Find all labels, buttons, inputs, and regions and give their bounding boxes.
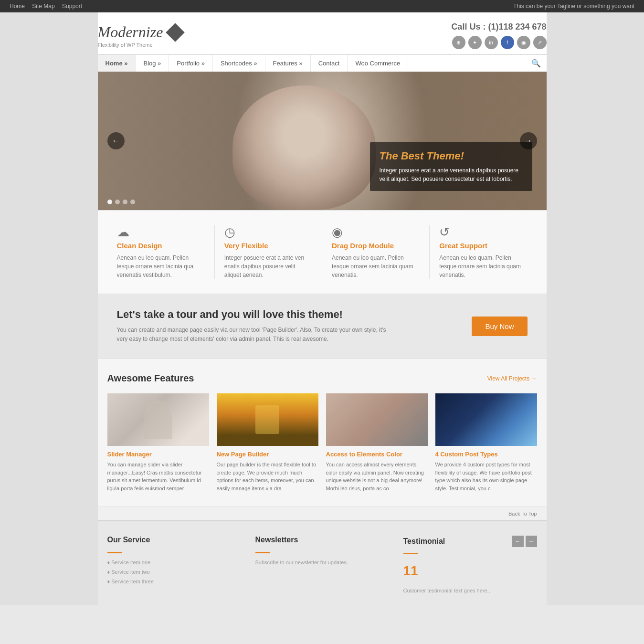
- footer-service-list: ♦ Service item one♦ Service item two♦ Se…: [107, 558, 241, 586]
- topbar-sitemap-link[interactable]: Site Map: [32, 3, 54, 10]
- testimonial-nav: ← →: [512, 536, 537, 547]
- nav-woocommerce[interactable]: Woo Commerce: [348, 55, 408, 72]
- footer-testimonial-content: 11 Customer testimonial text goes here..…: [403, 553, 537, 595]
- footer-newsletters-title: Newsletters: [255, 536, 389, 544]
- footer-col-testimonial: Testimonial ← → 11 Customer testimonial …: [403, 536, 537, 595]
- portfolio-header: Awesome Features View All Projects →: [107, 373, 537, 384]
- search-icon[interactable]: 🔍: [526, 55, 547, 72]
- footer-divider-1: [107, 552, 122, 553]
- nav-home[interactable]: Home »: [98, 55, 136, 72]
- portfolio-item-4: 4 Custom Post Types We provide 4 custom …: [435, 393, 537, 492]
- back-to-top-link[interactable]: Back To Top: [98, 507, 547, 520]
- facebook-icon[interactable]: f: [501, 36, 514, 49]
- portfolio-item-4-title[interactable]: 4 Custom Post Types: [435, 451, 537, 458]
- top-nav-links: Home Site Map Support: [10, 3, 88, 10]
- twitter-icon[interactable]: ✦: [468, 36, 482, 49]
- nav-contact[interactable]: Contact: [311, 55, 348, 72]
- portfolio-item-1-desc: You can manage slider via slider manager…: [107, 461, 209, 492]
- slider-dot-3[interactable]: [123, 200, 127, 204]
- nav-wrapper: Home » Blog » Portfolio » Shortcodes » F…: [98, 54, 547, 72]
- slider-dots: [107, 200, 135, 204]
- share-icon[interactable]: ↗: [533, 36, 547, 49]
- portfolio-section: Awesome Features View All Projects → Sli…: [98, 359, 547, 507]
- rss-icon[interactable]: ⊕: [452, 36, 465, 49]
- phone-number: Call Us : (1)118 234 678: [451, 22, 546, 32]
- portfolio-thumb-1: [107, 393, 209, 446]
- slider-dot-4[interactable]: [130, 200, 135, 204]
- footer-newsletters-content: Subscribe to our newsletter for updates.: [255, 552, 389, 568]
- feature-support: ↺ Great Support Aenean eu leo quam. Pell…: [430, 225, 537, 279]
- topbar-home-link[interactable]: Home: [10, 3, 25, 10]
- feature-clean-design: ☁ Clean Design Aenean eu leo quam. Pelle…: [107, 225, 215, 279]
- topbar-tagline: This can be your Tagline or something yo…: [513, 3, 634, 10]
- slider-prev-button[interactable]: ←: [107, 132, 125, 149]
- buy-now-button[interactable]: Buy Now: [472, 317, 527, 336]
- feature-support-desc: Aenean eu leo quam. Pellen tesque ornare…: [439, 253, 527, 279]
- logo-tagline: Flexibility of WP Theme: [98, 42, 182, 48]
- feature-drag-drop-desc: Aenean eu leo quam. Pellen tesque ornare…: [332, 253, 420, 279]
- flexible-icon: ◷: [224, 225, 312, 240]
- cta-text: Let's take a tour and you will love this…: [117, 308, 394, 344]
- logo[interactable]: Modernize: [98, 23, 182, 41]
- logo-area: Modernize Flexibility of WP Theme: [98, 23, 182, 48]
- nav-portfolio[interactable]: Portfolio »: [169, 55, 213, 72]
- slider-person: [232, 85, 376, 210]
- cta-banner: Let's take a tour and you will love this…: [98, 294, 547, 359]
- linkedin-icon[interactable]: in: [485, 36, 498, 49]
- slider-caption-title: The Best Theme!: [380, 150, 523, 162]
- footer-col-service: Our Service ♦ Service item one♦ Service …: [107, 536, 241, 595]
- slider-caption-text: Integer posuere erat a ante venenatis da…: [380, 166, 523, 183]
- logo-text-label: Modernize: [98, 23, 163, 41]
- support-icon: ↺: [439, 225, 527, 240]
- portfolio-item-2: New Page Builder Our page builder is the…: [217, 393, 318, 492]
- cta-title: Let's take a tour and you will love this…: [117, 308, 394, 321]
- feature-clean-design-desc: Aenean eu leo quam. Pellen tesque ornare…: [117, 253, 205, 279]
- portfolio-thumb-3: [326, 393, 428, 446]
- portfolio-item-3-title[interactable]: Access to Elements Color: [326, 451, 428, 458]
- clean-design-icon: ☁: [117, 225, 205, 240]
- portfolio-item-4-desc: We provide 4 custom post types for most …: [435, 461, 537, 492]
- nav-blog[interactable]: Blog »: [136, 55, 169, 72]
- portfolio-thumb-4: [435, 393, 537, 446]
- footer-service-title: Our Service: [107, 536, 241, 544]
- slider-caption: The Best Theme! Integer posuere erat a a…: [370, 142, 532, 191]
- footer-divider-2: [255, 552, 270, 553]
- portfolio-grid: Slider Manager You can manage slider via…: [107, 393, 537, 492]
- footer-service-content: ♦ Service item one♦ Service item two♦ Se…: [107, 552, 241, 586]
- portfolio-item-2-desc: Our page builder is the most flexible to…: [217, 461, 318, 492]
- nav-features[interactable]: Features »: [265, 55, 311, 72]
- drag-drop-icon: ◉: [332, 225, 420, 240]
- footer-divider-3: [403, 553, 418, 554]
- footer-grid: Our Service ♦ Service item one♦ Service …: [107, 536, 537, 595]
- portfolio-item-3-desc: You can access almost every elements col…: [326, 461, 428, 492]
- portfolio-item-2-title[interactable]: New Page Builder: [217, 451, 318, 458]
- slider-dot-1[interactable]: [107, 200, 112, 204]
- site-header: Modernize Flexibility of WP Theme Call U…: [98, 12, 547, 54]
- feature-flexible-desc: Integer posuere erat a ante ven enatis d…: [224, 253, 312, 279]
- footer-newsletter-text: Subscribe to our newsletter for updates.: [255, 558, 389, 568]
- header-right: Call Us : (1)118 234 678 ⊕ ✦ in f ◉ ↗: [451, 22, 546, 49]
- feature-flexible: ◷ Very Flexible Integer posuere erat a a…: [215, 225, 322, 279]
- footer-testimonial-title: Testimonial: [403, 537, 445, 546]
- features-strip: ☁ Clean Design Aenean eu leo quam. Pelle…: [98, 210, 547, 294]
- footer-col-newsletters: Newsletters Subscribe to our newsletter …: [255, 536, 389, 595]
- nav-shortcodes[interactable]: Shortcodes »: [213, 55, 265, 72]
- main-nav: Home » Blog » Portfolio » Shortcodes » F…: [98, 55, 547, 72]
- logo-diamond-icon: [166, 23, 185, 42]
- testimonial-next-button[interactable]: →: [526, 536, 537, 547]
- footer: Our Service ♦ Service item one♦ Service …: [98, 520, 547, 605]
- portfolio-item-3: Access to Elements Color You can access …: [326, 393, 428, 492]
- feature-support-title: Great Support: [439, 242, 527, 250]
- portfolio-title: Awesome Features: [107, 373, 194, 384]
- feature-flexible-title: Very Flexible: [224, 242, 312, 250]
- cta-description: You can create and manage page easily vi…: [117, 326, 394, 344]
- flickr-icon[interactable]: ◉: [517, 36, 530, 49]
- slider-dot-2[interactable]: [115, 200, 120, 204]
- portfolio-item-1-title[interactable]: Slider Manager: [107, 451, 209, 458]
- portfolio-item-1: Slider Manager You can manage slider via…: [107, 393, 209, 492]
- top-bar: Home Site Map Support This can be your T…: [0, 0, 644, 12]
- testimonial-prev-button[interactable]: ←: [512, 536, 524, 547]
- topbar-support-link[interactable]: Support: [62, 3, 82, 10]
- feature-drag-drop-title: Drag Drop Module: [332, 242, 420, 250]
- view-all-projects-link[interactable]: View All Projects →: [487, 375, 537, 382]
